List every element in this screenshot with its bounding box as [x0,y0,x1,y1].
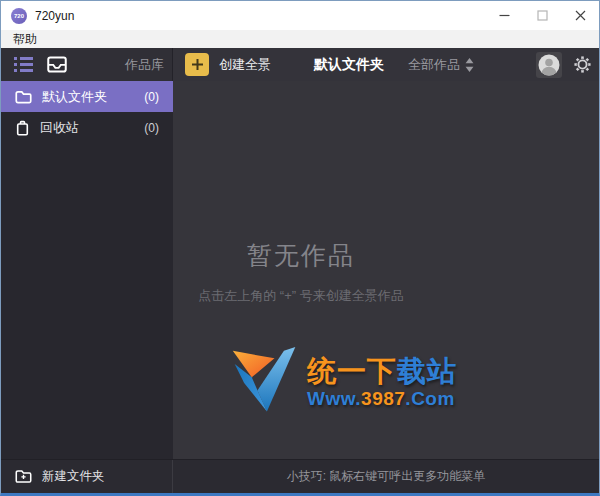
sidebar-item-count: (0) [144,90,159,104]
create-panorama-label: 创建全景 [219,56,271,74]
current-folder-title: 默认文件夹 [314,56,384,74]
maximize-button[interactable] [523,1,561,30]
sort-arrows-icon [465,58,474,72]
sidebar-item-label: 回收站 [40,119,79,137]
close-icon [575,10,586,21]
minimize-icon [499,10,510,21]
gear-icon [574,56,591,73]
maximize-icon [537,10,548,21]
watermark-site-url: Www.3987.Com [307,388,457,410]
menu-bar: 帮助 [1,30,599,48]
toolbar: 作品库 创建全景 默认文件夹 全部作品 [1,48,599,81]
library-inbox-button[interactable] [47,56,67,73]
new-folder-icon [15,469,32,484]
watermark-url-suffix: .Com [405,388,455,409]
list-icon [14,57,33,72]
sidebar: 默认文件夹 (0) 回收站 (0) [1,81,173,459]
sidebar-item-default-folder[interactable]: 默认文件夹 (0) [1,81,173,112]
trash-icon [15,120,30,136]
close-button[interactable] [561,1,599,30]
user-avatar-button[interactable] [536,52,562,78]
empty-state-hint: 点击左上角的 “+” 号来创建全景作品 [173,287,429,305]
sidebar-item-label: 默认文件夹 [42,88,107,106]
menu-item-help[interactable]: 帮助 [9,31,41,48]
folder-icon [15,90,32,104]
sidebar-item-count: (0) [144,121,159,135]
window-controls [485,1,599,30]
watermark-name-orange: 统一下 [307,355,397,387]
footer-tip: 小技巧: 鼠标右键可呼出更多功能菜单 [287,468,486,485]
toolbar-left-section: 作品库 [1,48,173,81]
toolbar-main-section: 创建全景 默认文件夹 全部作品 [173,48,599,81]
watermark-name-blue: 载站 [397,355,457,387]
create-panorama-button[interactable]: 创建全景 [185,53,271,76]
watermark-logo-icon [229,344,301,422]
watermark: 统一下载站 Www.3987.Com [229,344,457,422]
plus-icon [185,53,209,76]
works-content-area: 暂无作品 点击左上角的 “+” 号来创建全景作品 [173,81,599,459]
avatar-icon [538,54,560,76]
watermark-text: 统一下载站 Www.3987.Com [307,356,457,410]
inbox-icon [47,56,67,73]
works-filter-dropdown[interactable]: 全部作品 [408,56,474,74]
empty-state: 暂无作品 点击左上角的 “+” 号来创建全景作品 [173,239,429,305]
new-folder-label: 新建文件夹 [42,468,105,485]
minimize-button[interactable] [485,1,523,30]
empty-state-title: 暂无作品 [173,239,429,272]
settings-button[interactable] [574,56,591,73]
library-label: 作品库 [125,56,164,74]
sidebar-item-recycle-bin[interactable]: 回收站 (0) [1,112,173,143]
watermark-site-name: 统一下载站 [307,356,457,386]
title-bar: 720 720yun [1,1,599,30]
list-view-button[interactable] [14,57,33,72]
window-title: 720yun [35,9,74,23]
app-logo-icon: 720 [11,8,27,24]
works-filter-label: 全部作品 [408,56,460,74]
app-window: 720 720yun 帮助 [0,0,600,496]
new-folder-button[interactable]: 新建文件夹 [1,460,173,493]
app-body: 默认文件夹 (0) 回收站 (0) 暂无作品 点击左上角的 “+” 号来创建全景… [1,81,599,459]
watermark-url-prefix: Www. [307,388,361,409]
footer-tip-section: 小技巧: 鼠标右键可呼出更多功能菜单 [173,460,599,493]
footer-bar: 新建文件夹 小技巧: 鼠标右键可呼出更多功能菜单 [1,459,599,493]
watermark-url-number: 3987 [361,388,405,409]
